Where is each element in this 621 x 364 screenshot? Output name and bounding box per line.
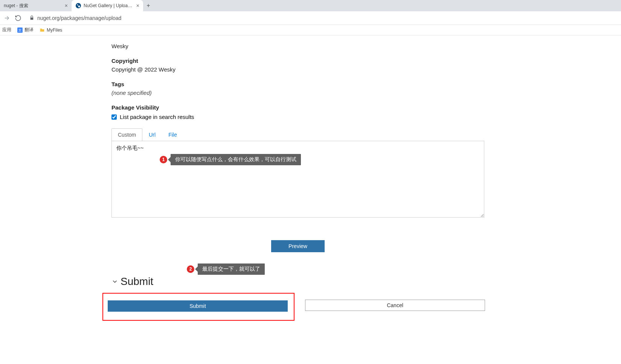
annotation-number-1: 1 xyxy=(160,156,167,163)
submit-button[interactable]: Submit xyxy=(108,300,288,312)
preview-row: Preview xyxy=(111,240,484,252)
tags-section: Tags (none specified) xyxy=(111,81,497,96)
tab-file[interactable]: File xyxy=(162,128,183,141)
button-row: Submit Cancel xyxy=(111,293,497,321)
lock-icon xyxy=(29,15,34,20)
checkbox-label: List package in search results xyxy=(120,114,194,120)
tab-title: NuGet Gallery | Upload Packa xyxy=(84,3,134,8)
submit-heading-text: Submit xyxy=(121,276,153,288)
tab-custom[interactable]: Custom xyxy=(111,128,142,141)
nuget-favicon-icon xyxy=(75,3,81,9)
annotation-number-2: 2 xyxy=(187,265,194,273)
new-tab-button[interactable]: + xyxy=(143,2,154,9)
bookmark-bar: 应用 文 翻译 MyFiles xyxy=(0,25,621,35)
author-section: Wesky xyxy=(111,43,497,49)
description-tabs: Custom Url File xyxy=(111,128,497,141)
visibility-checkbox-row: List package in search results xyxy=(111,114,497,120)
translate-icon: 文 xyxy=(17,27,23,33)
annotation-arrow-icon xyxy=(168,157,171,162)
bookmark-label: 应用 xyxy=(2,27,11,33)
forward-icon[interactable] xyxy=(3,14,11,22)
visibility-title: Package Visibility xyxy=(111,104,497,111)
annotation-text-1: 你可以随便写点什么，会有什么效果，可以自行测试 xyxy=(171,154,301,165)
submit-heading[interactable]: Submit xyxy=(111,276,497,288)
browser-tab-bar: nuget - 搜索 × NuGet Gallery | Upload Pack… xyxy=(0,0,621,11)
annotation-2: 2 最后提交一下，就可以了 xyxy=(187,263,265,275)
list-in-search-checkbox[interactable] xyxy=(111,114,117,120)
close-icon[interactable]: × xyxy=(65,3,68,9)
svg-text:文: 文 xyxy=(18,28,21,32)
tab-url[interactable]: Url xyxy=(142,128,162,141)
svg-point-1 xyxy=(77,5,78,6)
browser-tab-nuget-upload[interactable]: NuGet Gallery | Upload Packa × xyxy=(72,0,143,11)
url-text: nuget.org/packages/manage/upload xyxy=(37,15,121,21)
tags-value: (none specified) xyxy=(111,90,497,96)
author-value: Wesky xyxy=(111,43,497,49)
main-content: Wesky Copyright Copyright @ 2022 Wesky T… xyxy=(0,35,497,336)
svg-point-2 xyxy=(78,6,80,8)
svg-point-0 xyxy=(76,3,81,8)
address-bar[interactable]: nuget.org/packages/manage/upload xyxy=(26,15,618,21)
bookmark-label: MyFiles xyxy=(47,27,62,33)
description-wrapper: 1 你可以随便写点什么，会有什么效果，可以自行测试 xyxy=(111,141,484,219)
close-icon[interactable]: × xyxy=(136,3,139,9)
bookmark-myfiles[interactable]: MyFiles xyxy=(40,27,62,33)
folder-icon xyxy=(40,27,45,33)
copyright-section: Copyright Copyright @ 2022 Wesky xyxy=(111,58,497,73)
bookmark-label: 翻译 xyxy=(24,27,34,33)
copyright-title: Copyright xyxy=(111,58,497,64)
cancel-button[interactable]: Cancel xyxy=(305,300,485,311)
bookmark-translate[interactable]: 文 翻译 xyxy=(17,27,34,33)
description-textarea[interactable] xyxy=(111,141,484,218)
browser-tab-nuget-search[interactable]: nuget - 搜索 × xyxy=(0,0,72,11)
copyright-value: Copyright @ 2022 Wesky xyxy=(111,66,497,73)
browser-toolbar: nuget.org/packages/manage/upload xyxy=(0,11,621,25)
submit-highlight-box: Submit xyxy=(102,293,294,321)
annotation-text-2: 最后提交一下，就可以了 xyxy=(198,263,265,275)
bookmark-apps[interactable]: 应用 xyxy=(2,27,11,33)
tags-title: Tags xyxy=(111,81,497,87)
submit-section: 2 最后提交一下，就可以了 Submit Submit Cancel xyxy=(111,276,497,321)
annotation-arrow-icon xyxy=(195,267,198,272)
visibility-section: Package Visibility List package in searc… xyxy=(111,104,497,120)
chevron-down-icon xyxy=(111,278,118,285)
reload-icon[interactable] xyxy=(14,14,22,22)
preview-button[interactable]: Preview xyxy=(271,240,325,252)
annotation-1: 1 你可以随便写点什么，会有什么效果，可以自行测试 xyxy=(160,154,301,165)
tab-title: nuget - 搜索 xyxy=(4,3,63,9)
